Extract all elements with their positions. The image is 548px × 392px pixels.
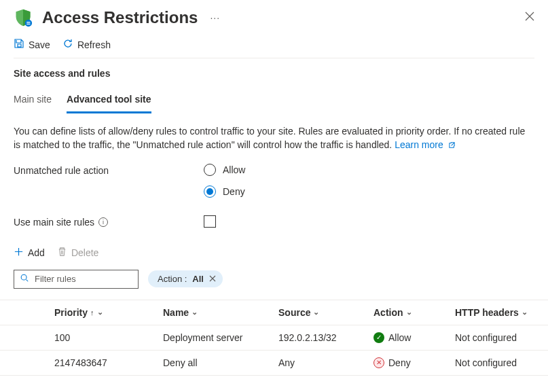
command-bar: Save Refresh bbox=[0, 33, 548, 58]
table-row[interactable]: 2147483647 Deny all Any ✕ Deny Not confi… bbox=[0, 351, 548, 376]
section-heading: Site access and rules bbox=[0, 58, 548, 83]
col-action[interactable]: Action ⌄ bbox=[373, 307, 455, 318]
chevron-down-icon: ⌄ bbox=[313, 308, 319, 317]
pill-value: All bbox=[192, 274, 204, 284]
rule-actions: Add Delete bbox=[0, 228, 548, 266]
add-label: Add bbox=[28, 247, 45, 258]
filter-pill-action[interactable]: Action : All bbox=[148, 270, 223, 287]
save-button[interactable]: Save bbox=[14, 38, 50, 51]
more-button[interactable]: ··· bbox=[210, 12, 220, 23]
close-button[interactable] bbox=[525, 12, 534, 24]
learn-more-label: Learn more bbox=[395, 139, 443, 150]
col-priority[interactable]: Priority ↑ ⌄ bbox=[54, 307, 163, 318]
filter-row: Action : All bbox=[0, 266, 548, 296]
cell-priority: 2147483647 bbox=[54, 357, 163, 368]
chevron-down-icon: ⌄ bbox=[522, 308, 528, 317]
chevron-down-icon: ⌄ bbox=[406, 308, 412, 317]
svg-rect-2 bbox=[26, 24, 30, 24]
radio-allow-label: Allow bbox=[223, 164, 245, 175]
cell-action-label: Deny bbox=[388, 357, 411, 368]
cell-http: Not configured bbox=[455, 332, 548, 343]
radio-deny[interactable]: Deny bbox=[204, 185, 245, 198]
plus-icon bbox=[14, 247, 24, 259]
refresh-button[interactable]: Refresh bbox=[62, 38, 111, 51]
tab-main-site[interactable]: Main site bbox=[14, 90, 52, 113]
cell-action: ✓ Allow bbox=[373, 332, 455, 343]
refresh-label: Refresh bbox=[77, 39, 111, 50]
cell-name: Deny all bbox=[163, 357, 278, 368]
cell-action: ✕ Deny bbox=[373, 357, 455, 368]
pill-clear-icon[interactable] bbox=[209, 274, 216, 284]
delete-label: Delete bbox=[71, 247, 98, 258]
description-text: You can define lists of allow/deny rules… bbox=[0, 113, 548, 156]
refresh-icon bbox=[62, 38, 73, 51]
col-source-label: Source bbox=[278, 307, 310, 318]
search-icon bbox=[20, 273, 29, 285]
save-icon bbox=[14, 38, 24, 51]
save-label: Save bbox=[29, 39, 50, 50]
radio-circle-icon bbox=[204, 185, 216, 198]
col-name-label: Name bbox=[163, 307, 189, 318]
deny-icon: ✕ bbox=[373, 357, 384, 368]
unmatched-rule-row: Unmatched rule action Allow Deny bbox=[0, 156, 548, 198]
page-header: Access Restrictions ··· bbox=[0, 0, 548, 33]
chevron-down-icon: ⌄ bbox=[191, 308, 198, 317]
table-row[interactable]: 100 Deployment server 192.0.2.13/32 ✓ Al… bbox=[0, 325, 548, 351]
trash-icon bbox=[57, 247, 67, 259]
col-action-label: Action bbox=[373, 307, 403, 318]
radio-circle-icon bbox=[204, 164, 216, 176]
radio-allow[interactable]: Allow bbox=[204, 164, 245, 176]
shield-icon bbox=[14, 8, 33, 27]
delete-button[interactable]: Delete bbox=[57, 247, 98, 259]
svg-point-0 bbox=[25, 20, 33, 27]
use-main-site-label: Use main site rules i bbox=[14, 215, 204, 228]
cell-priority: 100 bbox=[54, 332, 163, 343]
pill-label: Action : bbox=[158, 274, 187, 284]
radio-deny-label: Deny bbox=[223, 186, 245, 197]
cell-name: Deployment server bbox=[163, 332, 278, 343]
col-priority-label: Priority bbox=[54, 307, 88, 318]
add-button[interactable]: Add bbox=[14, 247, 45, 259]
info-icon[interactable]: i bbox=[98, 217, 108, 227]
svg-rect-1 bbox=[26, 22, 30, 22]
table-header: Priority ↑ ⌄ Name ⌄ Source ⌄ Action ⌄ HT… bbox=[0, 300, 548, 325]
cell-action-label: Allow bbox=[388, 332, 411, 343]
use-main-site-text: Use main site rules bbox=[14, 217, 94, 228]
filter-input-wrap[interactable] bbox=[14, 270, 139, 289]
col-name[interactable]: Name ⌄ bbox=[163, 307, 278, 318]
external-link-icon bbox=[448, 139, 456, 152]
use-main-site-row: Use main site rules i bbox=[0, 198, 548, 228]
col-source[interactable]: Source ⌄ bbox=[278, 307, 373, 318]
cell-source: 192.0.2.13/32 bbox=[278, 332, 373, 343]
filter-input[interactable] bbox=[33, 273, 132, 285]
rules-table: Priority ↑ ⌄ Name ⌄ Source ⌄ Action ⌄ HT… bbox=[0, 300, 548, 376]
allow-icon: ✓ bbox=[373, 332, 384, 343]
col-http-headers[interactable]: HTTP headers ⌄ bbox=[455, 307, 548, 318]
svg-point-3 bbox=[21, 274, 26, 280]
tabs: Main site Advanced tool site bbox=[0, 83, 548, 113]
unmatched-radio-group: Allow Deny bbox=[204, 164, 245, 198]
unmatched-rule-label: Unmatched rule action bbox=[14, 164, 204, 176]
chevron-down-icon: ⌄ bbox=[97, 308, 103, 317]
cell-http: Not configured bbox=[455, 357, 548, 368]
cell-source: Any bbox=[278, 357, 373, 368]
page-title: Access Restrictions bbox=[42, 8, 198, 27]
use-main-site-checkbox[interactable] bbox=[204, 215, 216, 228]
col-http-label: HTTP headers bbox=[455, 307, 519, 318]
sort-asc-icon: ↑ bbox=[90, 308, 94, 317]
tab-advanced-tool-site[interactable]: Advanced tool site bbox=[67, 90, 151, 113]
learn-more-link[interactable]: Learn more bbox=[395, 139, 455, 150]
